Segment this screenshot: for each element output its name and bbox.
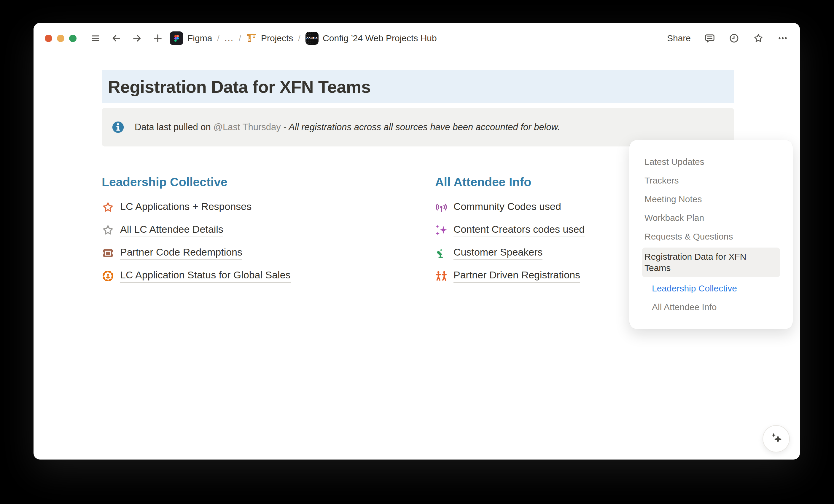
page-link-label: LC Application Status for Global Sales <box>120 269 291 283</box>
back-arrow-icon[interactable] <box>111 33 122 44</box>
page-link-label: Partner Code Redemptions <box>120 246 242 260</box>
forward-arrow-icon[interactable] <box>132 33 142 44</box>
nav-controls <box>90 33 163 44</box>
callout-note: - All registrations across all sources h… <box>281 122 560 132</box>
more-options-icon[interactable] <box>777 33 788 44</box>
page-link-label: Community Codes used <box>454 200 561 214</box>
section-heading: All Attendee Info <box>435 175 585 189</box>
frame-brown-icon <box>102 247 114 259</box>
dashed-circle-orange-icon <box>102 270 114 282</box>
date-mention[interactable]: @Last Thursday <box>213 122 281 132</box>
breadcrumb-label: Projects <box>261 33 293 43</box>
microphone-green-icon <box>435 247 447 259</box>
page-link[interactable]: Customer Speakers <box>435 242 585 265</box>
config-badge-text: CONFIG <box>306 37 317 40</box>
page-link[interactable]: Content Creators codes used <box>435 219 585 242</box>
page-link[interactable]: Partner Code Redemptions <box>102 242 291 265</box>
ai-assistant-button[interactable] <box>763 425 790 452</box>
page-link-label: Partner Driven Registrations <box>454 269 580 283</box>
breadcrumb-separator: / <box>298 33 301 43</box>
minimize-window-button[interactable] <box>57 35 64 42</box>
crane-icon <box>246 32 257 45</box>
comments-icon[interactable] <box>704 33 715 44</box>
window-controls <box>45 35 76 42</box>
page-link[interactable]: LC Applications + Responses <box>102 196 291 219</box>
breadcrumb-collapsed-ellipsis[interactable]: ... <box>224 33 234 43</box>
sparkles-purple-icon <box>435 224 447 236</box>
star-orange-icon <box>102 201 114 214</box>
app-window: Figma / ... / Projects / <box>34 23 800 460</box>
page-link-label: Customer Speakers <box>454 246 543 260</box>
page-link-label: All LC Attendee Details <box>120 223 223 237</box>
page-title-highlight: Registration Data for XFN Teams <box>102 70 734 103</box>
zoom-window-button[interactable] <box>69 35 76 42</box>
breadcrumb-item-current-page[interactable]: CONFIG Config ’24 Web Projects Hub <box>306 32 437 45</box>
titlebar: Figma / ... / Projects / <box>34 23 800 54</box>
toc-item-meeting-notes[interactable]: Meeting Notes <box>629 190 793 208</box>
breadcrumb-label: Config ’24 Web Projects Hub <box>323 33 437 43</box>
page-link-label: LC Applications + Responses <box>120 200 251 214</box>
star-gray-icon <box>102 224 114 236</box>
toc-item-requests-questions[interactable]: Requests & Questions <box>629 227 793 246</box>
people-orange-icon <box>435 270 447 282</box>
close-window-button[interactable] <box>45 35 52 42</box>
toc-item-all-attendee-info[interactable]: All Attendee Info <box>629 298 793 316</box>
page-link[interactable]: LC Application Status for Global Sales <box>102 265 291 287</box>
toc-item-workback-plan[interactable]: Workback Plan <box>629 208 793 227</box>
sidebar-menu-icon[interactable] <box>90 33 101 44</box>
callout-text: Data last pulled on @Last Thursday - All… <box>135 121 560 133</box>
breadcrumb-separator: / <box>217 33 219 43</box>
toc-item-latest-updates[interactable]: Latest Updates <box>629 153 793 171</box>
column-all-attendee-info: All Attendee Info Community Codes used <box>435 175 585 287</box>
breadcrumb: Figma / ... / Projects / <box>170 31 437 45</box>
titlebar-actions: Share <box>667 33 788 44</box>
breadcrumb-item-projects[interactable]: Projects <box>246 32 293 45</box>
figma-app-icon <box>170 31 183 45</box>
sparkles-icon <box>768 431 784 447</box>
breadcrumb-label: Figma <box>188 33 212 43</box>
toc-item-registration-data-active[interactable]: Registration Data for XFN Teams <box>642 248 780 277</box>
page-title[interactable]: Registration Data for XFN Teams <box>102 77 371 97</box>
breadcrumb-separator: / <box>239 33 241 43</box>
broadcast-purple-icon <box>435 201 447 214</box>
page-link[interactable]: Community Codes used <box>435 196 585 219</box>
column-leadership-collective: Leadership Collective LC Applications + … <box>102 175 291 287</box>
new-tab-plus-icon[interactable] <box>152 33 163 44</box>
table-of-contents-panel: Latest Updates Trackers Meeting Notes Wo… <box>629 140 793 329</box>
page-link-label: Content Creators codes used <box>454 223 585 237</box>
breadcrumb-item-figma[interactable]: Figma <box>170 31 212 45</box>
history-clock-icon[interactable] <box>729 33 739 44</box>
toc-item-trackers[interactable]: Trackers <box>629 171 793 190</box>
toc-item-leadership-collective[interactable]: Leadership Collective <box>629 279 793 298</box>
page-link[interactable]: All LC Attendee Details <box>102 219 291 242</box>
config-page-icon: CONFIG <box>306 32 319 45</box>
share-button[interactable]: Share <box>667 33 691 43</box>
page-link[interactable]: Partner Driven Registrations <box>435 265 585 287</box>
callout-prefix: Data last pulled on <box>135 122 213 132</box>
section-heading: Leadership Collective <box>102 175 291 189</box>
favorite-star-icon[interactable] <box>753 33 764 44</box>
info-icon <box>111 120 125 134</box>
